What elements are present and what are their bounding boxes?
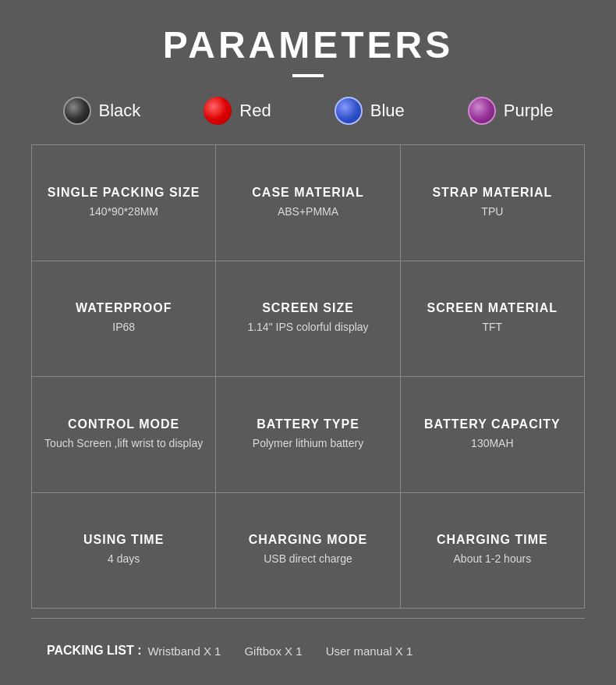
param-value-2-2: 130MAH xyxy=(409,436,576,452)
color-label-purple: Purple xyxy=(504,101,554,121)
packing-item-3: User manual X 1 xyxy=(326,644,413,658)
parameters-table: SINGLE PACKING SIZE140*90*28MMCASE MATER… xyxy=(31,144,585,609)
color-circle-red xyxy=(204,97,232,125)
table-cell-3-0: USING TIME4 days xyxy=(32,492,216,609)
color-options: Black Red Blue Purple xyxy=(31,97,585,125)
param-value-3-1: USB direct charge xyxy=(224,552,391,567)
color-label-red: Red xyxy=(239,101,271,121)
param-header-3-2: CHARGING TIME xyxy=(409,533,576,547)
param-header-0-0: SINGLE PACKING SIZE xyxy=(40,186,207,200)
param-value-2-1: Polymer lithium battery xyxy=(224,436,391,452)
table-cell-3-1: CHARGING MODEUSB direct charge xyxy=(216,492,400,609)
param-value-2-0: Touch Screen ,lift wrist to display xyxy=(40,436,207,452)
param-header-1-0: WATERPROOF xyxy=(40,301,207,315)
param-value-1-2: TFT xyxy=(409,320,576,335)
param-value-0-0: 140*90*28MM xyxy=(40,204,207,220)
table-cell-0-1: CASE MATERIALABS+PMMA xyxy=(216,145,400,261)
color-option-black[interactable]: Black xyxy=(63,97,141,125)
table-cell-3-2: CHARGING TIMEAbout 1-2 hours xyxy=(400,492,584,609)
param-header-0-1: CASE MATERIAL xyxy=(224,186,391,200)
table-cell-2-0: CONTROL MODETouch Screen ,lift wrist to … xyxy=(32,377,216,493)
color-label-blue: Blue xyxy=(370,101,405,121)
param-header-1-2: SCREEN MATERIAL xyxy=(409,301,576,315)
color-label-black: Black xyxy=(99,101,141,121)
packing-items: Wristband X 1 Giftbox X 1 User manual X … xyxy=(147,644,412,658)
param-value-3-0: 4 days xyxy=(40,552,207,567)
param-value-3-2: About 1-2 hours xyxy=(409,552,576,567)
param-header-1-1: SCREEN SIZE xyxy=(224,301,391,315)
packing-list: PACKING LIST : Wristband X 1 Giftbox X 1… xyxy=(31,632,585,669)
color-circle-purple xyxy=(468,97,496,125)
page-container: PARAMETERS Black Red Blue Purple SINGLE … xyxy=(0,0,616,685)
param-value-1-0: IP68 xyxy=(40,320,207,335)
param-header-3-1: CHARGING MODE xyxy=(224,533,391,547)
table-cell-2-1: BATTERY TYPEPolymer lithium battery xyxy=(216,377,400,493)
color-option-purple[interactable]: Purple xyxy=(468,97,554,125)
param-header-3-0: USING TIME xyxy=(40,533,207,547)
table-cell-0-0: SINGLE PACKING SIZE140*90*28MM xyxy=(32,145,216,261)
param-header-0-2: STRAP MATERIAL xyxy=(409,186,576,200)
table-cell-2-2: BATTERY CAPACITY130MAH xyxy=(400,377,584,493)
color-circle-blue xyxy=(335,97,363,125)
param-header-2-2: BATTERY CAPACITY xyxy=(409,417,576,431)
param-value-0-2: TPU xyxy=(409,204,576,220)
title-underline xyxy=(292,74,324,77)
packing-item-1: Wristband X 1 xyxy=(147,644,221,658)
divider-line xyxy=(31,618,585,619)
packing-item-2: Giftbox X 1 xyxy=(244,644,302,658)
param-value-0-1: ABS+PMMA xyxy=(224,204,391,220)
table-cell-1-1: SCREEN SIZE1.14" IPS colorful display xyxy=(216,261,400,377)
table-cell-1-0: WATERPROOFIP68 xyxy=(32,261,216,377)
table-cell-1-2: SCREEN MATERIALTFT xyxy=(400,261,584,377)
color-option-blue[interactable]: Blue xyxy=(335,97,405,125)
param-value-1-1: 1.14" IPS colorful display xyxy=(224,320,391,335)
param-header-2-0: CONTROL MODE xyxy=(40,417,207,431)
page-title: PARAMETERS xyxy=(163,23,453,66)
color-circle-black xyxy=(63,97,91,125)
table-cell-0-2: STRAP MATERIALTPU xyxy=(400,145,584,261)
color-option-red[interactable]: Red xyxy=(204,97,271,125)
packing-list-label: PACKING LIST : xyxy=(47,644,141,658)
param-header-2-1: BATTERY TYPE xyxy=(224,417,391,431)
